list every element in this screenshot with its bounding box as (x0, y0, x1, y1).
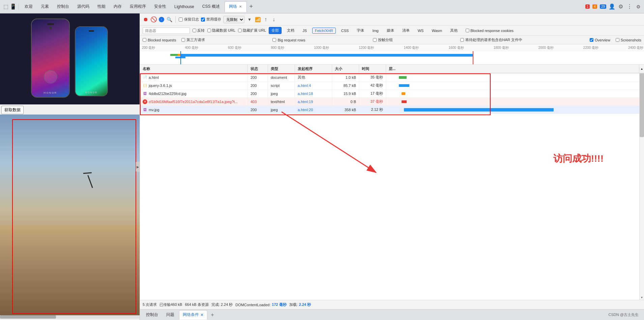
ruler-mark-1: 400 毫秒 (185, 45, 198, 50)
table-row[interactable]: ✕ cf1b9d16fdfaaf516f7e2011a7cda1e8f11f7a… (140, 98, 644, 106)
filter-wasm-btn[interactable]: Wasm (429, 28, 445, 34)
close-network-tab-icon[interactable]: ✕ (238, 5, 242, 8)
inspect-icon[interactable]: ⬚ (3, 4, 9, 10)
device-icon[interactable]: 📱 (10, 4, 16, 10)
nav-lighthouse[interactable]: Lighthouse (171, 3, 198, 10)
filter-ws-btn[interactable]: WS (415, 28, 427, 34)
row2-name-cell: { } jquery-3.6.1.js (140, 82, 248, 89)
disable-cache-checkbox[interactable] (201, 18, 205, 22)
fetch-data-button[interactable]: 获取数据 (1, 106, 24, 114)
th-initiator: 发起程序 (295, 65, 332, 73)
close-network-conditions-icon[interactable]: ✕ (200, 313, 204, 317)
blocked-response-checkbox[interactable] (466, 29, 469, 32)
clear-button[interactable]: 🚫 (151, 17, 157, 23)
nav-performance[interactable]: 性能 (94, 2, 109, 11)
bottom-tab-network-conditions[interactable]: 网络条件 ✕ (179, 310, 207, 320)
row2-initiator-link[interactable]: a.html:4 (298, 84, 311, 88)
filter-row: 反转 隐藏数据 URL 隐藏扩展 URL 全部 文档 JS Fetch/XHR … (140, 26, 644, 36)
table-row[interactable]: 🖼 mv.jpg 200 jpeg a.html:20 358 kB 2.12 … (140, 106, 644, 114)
third-party-checkbox[interactable] (181, 38, 185, 42)
nav-network-tab[interactable]: 网络 ✕ (225, 1, 247, 12)
nav-application[interactable]: 应用程序 (126, 2, 149, 11)
load-label: 加载: (289, 302, 298, 307)
sort-icon[interactable]: ▲ (639, 67, 644, 70)
nav-css-overview[interactable]: CSS 概述 (199, 2, 223, 11)
blocked-response-chip: Blocked response cookies (466, 29, 514, 33)
nav-elements[interactable]: 元素 (37, 2, 52, 11)
export-har-icon[interactable]: ↓ (271, 17, 277, 23)
bottom-tab-console[interactable]: 控制台 (143, 310, 162, 320)
more-icon[interactable]: ⋮ (626, 4, 633, 10)
row3-initiator-link[interactable]: a.html:18 (298, 92, 313, 96)
row1-size: 1.0 kB (332, 73, 359, 81)
nav-memory[interactable]: 内存 (110, 2, 125, 11)
invert-checkbox[interactable] (193, 29, 196, 32)
throttle-down-icon[interactable]: ▼ (246, 17, 253, 23)
user-icon[interactable]: 👤 (609, 4, 615, 10)
row4-initiator-link[interactable]: a.html:19 (298, 100, 313, 104)
ruler-mark-6: 1400 毫秒 (404, 45, 419, 50)
har-label: 将待处理的请求包含在HAR 文件中 (465, 37, 522, 42)
resize-handle[interactable]: ▶ (136, 162, 140, 172)
dom-label: DOMContentLoaded: (235, 303, 270, 307)
transferred-text: 已传输460 kB (159, 302, 182, 307)
filter-other-btn[interactable]: 其他 (447, 27, 460, 34)
nav-security[interactable]: 安全性 (151, 2, 170, 11)
screenshots-checkbox[interactable] (616, 38, 619, 42)
nav-console[interactable]: 控制台 (54, 2, 72, 11)
bottom-tab-issues[interactable]: 问题 (163, 310, 178, 320)
upload-icon[interactable]: 📶 (255, 17, 261, 23)
row3-initiator: a.html:18 (295, 90, 332, 97)
big-request-rows-label: Big request rows (277, 38, 305, 42)
hide-data-url-checkbox[interactable] (207, 29, 211, 32)
record-button[interactable]: ⏺ (143, 17, 149, 23)
landscape-container (0, 115, 140, 315)
ruler-marks: 200 毫秒 400 毫秒 600 毫秒 800 毫秒 1000 毫秒 1200… (141, 45, 644, 50)
left-panel-scrollbar[interactable] (0, 315, 140, 319)
filter-manifest-btn[interactable]: 清单 (400, 27, 412, 34)
filter-fetch-xhr-btn[interactable]: Fetch/XHR (312, 28, 336, 34)
options-row: Blocked requests 第三方请求 Big request rows … (140, 36, 644, 44)
filter-img-btn[interactable]: Img (370, 28, 381, 34)
tl-bar-mvjpg (180, 54, 473, 57)
import-har-icon[interactable]: ↑ (263, 17, 269, 23)
table-scrollbar[interactable]: ▲ ▼ (639, 65, 644, 300)
blocked-requests-checkbox[interactable] (143, 38, 146, 42)
filter-all-btn[interactable]: 全部 (269, 27, 282, 34)
overview-checkbox[interactable] (590, 38, 593, 42)
row1-time: 35 毫秒 (359, 73, 386, 81)
throttle-select[interactable]: 无限制 (223, 16, 244, 23)
ruler-mark-5: 1200 毫秒 (359, 45, 374, 50)
row3-name-cell: 🖼 4ddbd212be225fcd.jpg (140, 90, 248, 97)
scroll-down-btn[interactable]: ▼ (640, 295, 644, 300)
big-request-rows-checkbox[interactable] (272, 38, 276, 42)
table-row[interactable]: { } jquery-3.6.1.js 200 script a.html:4 … (140, 82, 644, 90)
search-button[interactable]: 🔍 (166, 17, 172, 23)
filter-css-btn[interactable]: CSS (339, 28, 352, 34)
table-row[interactable]: 🖼 4ddbd212be225fcd.jpg 200 jpeg a.html:1… (140, 90, 644, 98)
ruler-mark-10: 2200 毫秒 (583, 45, 598, 50)
nav-sources[interactable]: 源代码 (74, 2, 93, 11)
filter-media-btn[interactable]: 媒体 (384, 27, 397, 34)
row5-initiator-link[interactable]: a.html:20 (298, 108, 313, 112)
row2-initiator: a.html:4 (295, 82, 332, 89)
filter-doc-btn[interactable]: 文档 (284, 27, 297, 34)
filter-font-btn[interactable]: 字体 (354, 27, 367, 34)
add-tab-icon[interactable]: + (248, 4, 254, 10)
filter-js-btn[interactable]: JS (300, 28, 310, 34)
har-checkbox[interactable] (460, 38, 464, 42)
preserve-log-checkbox[interactable] (179, 18, 183, 22)
filter-input[interactable] (143, 27, 190, 34)
third-party-label: 第三方请求 (186, 37, 205, 42)
nav-welcome[interactable]: 欢迎 (21, 2, 36, 11)
network-table[interactable]: 名称 状态 类型 发起程序 大小 时间 层... ▲ 📄 a.html 200 (140, 65, 644, 300)
devtools-settings-icon[interactable]: ⚙ (635, 4, 641, 10)
table-header: 名称 状态 类型 发起程序 大小 时间 层... ▲ (140, 65, 644, 73)
settings-icon[interactable]: ⚙ (618, 4, 624, 10)
add-bottom-tab-btn[interactable]: + (209, 311, 216, 319)
row2-status: 200 (248, 82, 268, 89)
hide-extension-url-checkbox[interactable] (238, 29, 242, 32)
table-row[interactable]: 📄 a.html 200 document 其他 1.0 kB 35 毫秒 (140, 73, 644, 82)
group-by-frame-checkbox[interactable] (373, 38, 377, 42)
left-content-area: 获取数据 (0, 104, 140, 320)
